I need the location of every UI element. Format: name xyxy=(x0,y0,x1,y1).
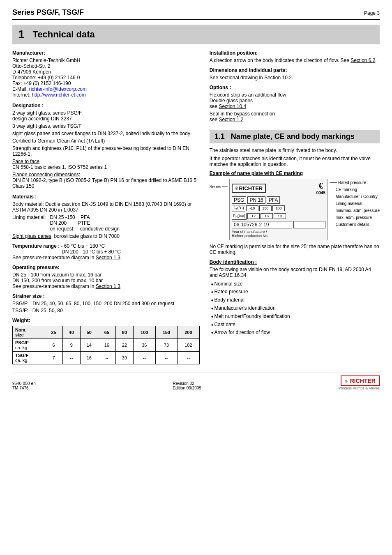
installation-label: Installation position: xyxy=(210,50,380,56)
right-annotations: Rated pressure — CE marking — Manufactur… xyxy=(328,179,380,240)
pressure-label: Operating pressure: xyxy=(12,265,200,270)
footer-edition: Edition 03/2009 xyxy=(173,386,201,390)
ps-12: 12 xyxy=(247,213,260,219)
temperature-range2: DN 200 - 10 °C bis + 80 °C xyxy=(12,249,200,255)
internet-link[interactable]: http://www.richter-ct.com xyxy=(32,92,85,98)
weight-col-150: 150 xyxy=(155,326,178,339)
designation-line3: 3 way sight glass, series TSG/F xyxy=(12,123,200,129)
ts-150: 150 xyxy=(259,205,272,211)
email-link[interactable]: richter-info@idexcorp.com xyxy=(29,86,87,92)
right-column: Installation position: A direction arrow… xyxy=(210,50,380,364)
installation-section-ref: Section 6.2 xyxy=(350,58,375,63)
lining-request: on request: conductive design xyxy=(50,226,119,232)
designation-label: Designation : xyxy=(12,103,200,108)
options-flexicord: Flexicord strip as an additional flow xyxy=(210,92,380,98)
ann-min-max: — min/max. adm. pressure xyxy=(330,208,380,213)
strainer-label: Strainer size : xyxy=(12,293,200,299)
footer-doc-num: 9540-050-en xyxy=(12,381,36,386)
year-label: Year of manufacture / Richter production… xyxy=(232,230,269,238)
page-title: Series PSG/F, TSG/F xyxy=(12,8,84,17)
materials-label: Materials : xyxy=(12,194,200,200)
lining-material-row: Lining material: DN 25 -150 PFA DN 200 P… xyxy=(12,214,200,232)
manufacturer-tel: Telephone: +49 (0) 2152 146-0 xyxy=(12,75,200,81)
page-number: Page 3 xyxy=(364,10,380,16)
annotation-series: Series xyxy=(210,179,229,240)
prod-num-row: 06-105726-2-19 – xyxy=(232,221,325,228)
strainer-psgf: PSG/F: DN 25, 40, 50, 65, 80, 100, 150, … xyxy=(12,301,200,306)
nameplate-box: ® RICHTER € 0045 PSG PN 16 PFA xyxy=(229,179,328,240)
ts-row: TS(°C) -10 150 180 xyxy=(232,205,286,212)
ann-ce: — CE marking xyxy=(330,187,380,192)
psgf-80: 22 xyxy=(115,339,133,352)
left-column: Manufacturer: Richter Chemie-Technik Gmb… xyxy=(12,50,200,364)
page-footer: 9540-050-en TM 7476 Revision 02 Edition … xyxy=(12,373,380,390)
pressure-section-ref: Section 1.3 xyxy=(96,283,120,289)
richter-name: RICHTER xyxy=(239,185,263,191)
subsection11-header: 1.1 Name plate, CE and body markings xyxy=(210,130,380,143)
page-header: Series PSG/F, TSG/F Page 3 xyxy=(12,8,380,20)
min-max-label: min/max. adm. pressure xyxy=(336,208,380,213)
body-id-item-5: Melt number/Foundry identification xyxy=(211,313,380,320)
footer-center: Revision 02 Edition 03/2009 xyxy=(173,381,201,390)
psgf-150: 73 xyxy=(155,339,178,352)
tsgf-150: -- xyxy=(155,352,178,364)
lining-values: DN 25 -150 PFA DN 200 PTFE on request: c… xyxy=(50,214,119,232)
ps-label-cell: PS(bar) xyxy=(232,213,247,220)
ps-10: 10 xyxy=(274,213,286,219)
weight-table: Nom.size 25 40 50 65 80 100 150 200 PSG/… xyxy=(12,326,200,364)
ann-manufacturer: — Manufacturer / Country xyxy=(330,194,380,199)
max-adm-label: max. adm. pressure xyxy=(336,215,372,220)
nameplate-example-title: Example of name plate with CE marking xyxy=(210,170,380,176)
manufacturer-city: D-47906 Kempen xyxy=(12,69,200,75)
tsgf-65: -- xyxy=(98,352,115,364)
richter-footer-r: ® xyxy=(345,380,348,384)
temperature-section-ref: Section 1.3 xyxy=(96,255,120,260)
body-id-text: The following are visible on the body ac… xyxy=(210,267,380,278)
options-see2: see Section 1.2 xyxy=(210,117,380,122)
dimensions-text: See sectional drawing in Section 10.2. xyxy=(210,75,380,81)
face-to-face-val: EN 558-1 basic series 1, ISO 5752 series… xyxy=(12,164,200,170)
subsection11-title: 1.1 Name plate, CE and body markings xyxy=(214,132,375,141)
options-section-ref2: Section 1.2 xyxy=(219,117,243,122)
manufacturer-company: Richter Chemie-Technik GmbH xyxy=(12,58,200,63)
manufacturer-street: Otto-Schott-Str. 2 xyxy=(12,63,200,69)
annotation-series-row: Series xyxy=(210,184,228,189)
psgf-25: 6 xyxy=(45,339,62,352)
section-title: Technical data xyxy=(33,29,95,40)
richter-footer-text: RICHTER xyxy=(350,378,376,384)
weight-col-nomsize: Nom.size xyxy=(13,326,45,339)
ps-row: PS(bar) 12 16 10 xyxy=(232,213,286,220)
tsgf-25: 7 xyxy=(45,352,62,364)
body-id-label: Body identification : xyxy=(210,259,380,265)
weight-col-65: 65 xyxy=(98,326,115,339)
rated-pressure-label: Rated pressure xyxy=(338,180,366,185)
pn-val: PN 16 xyxy=(247,196,265,204)
psgf-50: 14 xyxy=(80,339,98,352)
temperature-see: See pressure-temperature diagram in Sect… xyxy=(12,255,200,260)
options-see1: see Section 10.4 xyxy=(210,104,380,109)
customer-details-label: Customer's details xyxy=(336,222,369,227)
footer-logo-area: ® RICHTER Process Pumps & Valves xyxy=(339,375,380,390)
ts-180: 180 xyxy=(272,205,285,211)
internet-label: Internet: xyxy=(12,92,30,98)
ce-block: € 0045 xyxy=(316,181,325,195)
manufacturer-email-row: E-Mail: richter-info@idexcorp.com xyxy=(12,86,200,92)
options-section-ref1: Section 10.4 xyxy=(219,104,246,109)
psgf-65: 16 xyxy=(98,339,115,352)
flange-val: DIN EN 1092-2, type B (ISO 7005-2 Type B… xyxy=(12,177,200,189)
year-manufacture: Year of manufacture / xyxy=(232,230,269,234)
temperature-section: Temperature range : - 60 °C bis + 180 °C xyxy=(12,243,200,249)
section1-header: 1 Technical data xyxy=(12,25,380,44)
tsgf-40: -- xyxy=(62,352,80,364)
footer-revision: Revision 02 xyxy=(173,381,201,386)
lining-label: Lining material: xyxy=(12,214,46,220)
designation-line6: Strength and tightness (P10, P11) of the… xyxy=(12,145,200,157)
ann-lining: — Lining material xyxy=(330,201,380,206)
ce-number: 0045 xyxy=(316,191,325,195)
nameplate-intro2: If the operator attaches his identificat… xyxy=(210,156,380,167)
material-val: PFA xyxy=(267,196,280,204)
ce-marking-label: CE marking xyxy=(336,187,357,192)
ann-customer: — Customer's details xyxy=(330,222,380,227)
body-material: Body material: Ductile cast iron EN-JS 1… xyxy=(12,201,200,213)
rated-pressure-arrow xyxy=(330,182,337,183)
